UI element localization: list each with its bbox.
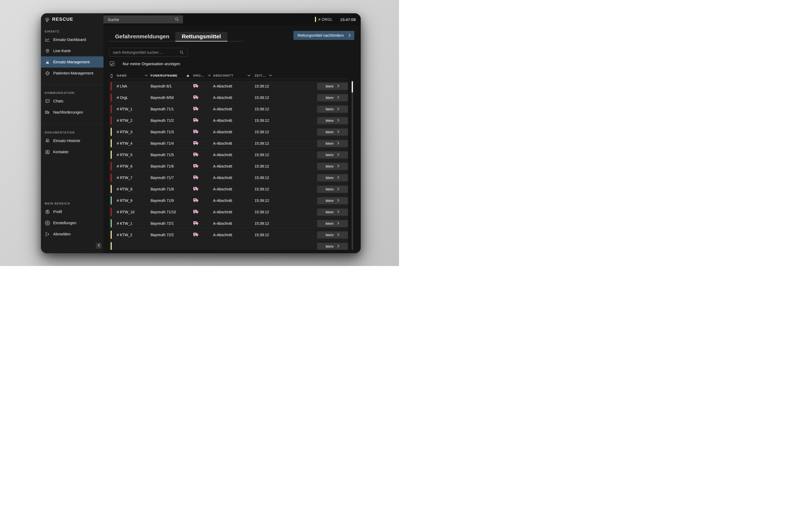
row-name: # RTW_1 <box>117 107 151 111</box>
column-header-abschnitt[interactable]: ABSCHNITT <box>213 74 254 77</box>
tab-gefahrenmeldungen[interactable]: Gefahrenmeldungen <box>109 32 175 41</box>
row-zeit: 15:39:12 <box>254 210 289 214</box>
sidebar-item-abmelden[interactable]: Abmelden <box>41 228 103 240</box>
row-org <box>193 164 213 169</box>
global-search-input[interactable] <box>103 17 172 22</box>
sidebar-item-patienten-management[interactable]: Patienten-Management <box>41 68 103 79</box>
table-row[interactable]: Mehr <box>109 241 348 250</box>
sidebar-item-live-karte[interactable]: Live-Karte <box>41 45 103 56</box>
map-pin-icon <box>45 48 50 54</box>
table-row[interactable]: # RTW_9Bayreuth 71/9A-Abschnitt15:39:12M… <box>109 195 348 206</box>
tab-rettungsmittel[interactable]: Rettungsmittel <box>175 32 227 41</box>
siren-icon <box>45 59 50 65</box>
sidebar-item-profil[interactable]: Profil <box>41 206 103 217</box>
request-resources-button[interactable]: Rettungsmittel nachfordern <box>293 31 354 40</box>
row-more-button[interactable]: Mehr <box>317 151 348 158</box>
row-funkrufname: Bayreuth 71/10 <box>151 210 193 214</box>
sidebar-collapse-button[interactable] <box>96 243 101 249</box>
table-row[interactable]: # RTW_3Bayreuth 71/3A-Abschnitt15:39:12M… <box>109 127 348 137</box>
resource-search-input[interactable] <box>109 50 177 55</box>
row-more-button[interactable]: Mehr <box>317 117 348 124</box>
row-more-button[interactable]: Mehr <box>317 129 348 136</box>
sidebar-item-label: Einsatz-Historie <box>53 138 80 143</box>
table-row[interactable]: # RTW_1Bayreuth 71/1A-Abschnitt15:39:12M… <box>109 104 348 115</box>
table-row[interactable]: # RTW_7Bayreuth 71/7A-Abschnitt15:39:12M… <box>109 172 348 183</box>
row-org <box>193 130 213 135</box>
table-row[interactable]: # OrgLBayreuth 6/50A-Abschnitt15:39:12Me… <box>109 92 348 103</box>
sidebar-item-label: Einstellungen <box>53 221 76 225</box>
section-label-kommunikation: KOMMUNIKATION <box>41 90 103 95</box>
table-row[interactable]: # RTW_8Bayreuth 71/8A-Abschnitt15:39:12M… <box>109 184 348 195</box>
row-more-button[interactable]: Mehr <box>317 197 348 204</box>
scrollbar-thumb[interactable] <box>352 81 353 93</box>
chevron-down-icon <box>208 75 211 77</box>
sidebar-item-kontakte[interactable]: Kontakte <box>41 146 103 157</box>
table-row[interactable]: # KTW_2Bayreuth 72/2A-Abschnitt15:39:12M… <box>109 230 348 241</box>
table-row[interactable]: # RTW_6Bayreuth 71/6A-Abschnitt15:39:12M… <box>109 161 348 172</box>
row-abschnitt: A-Abschnitt <box>213 233 254 237</box>
section-label-mein-bereich: MEIN BEREICH <box>41 201 103 206</box>
row-zeit: 15:39:12 <box>254 198 289 203</box>
table-row[interactable]: # RTW_4Bayreuth 71/4A-Abschnitt15:39:12M… <box>109 138 348 149</box>
ambulance-pink-icon <box>193 210 199 215</box>
table-row[interactable]: # RTW_5Bayreuth 71/5A-Abschnitt15:39:12M… <box>109 150 348 160</box>
status-accent-bar <box>111 196 112 205</box>
chevron-right-icon <box>337 119 339 122</box>
main-content: Gefahrenmeldungen Rettungsmittel Rettung… <box>103 25 361 253</box>
sidebar-item-einsatz-management[interactable]: Einsatz-Management <box>41 56 103 68</box>
sort-vertical-icon[interactable] <box>110 74 113 79</box>
triangle-up-icon <box>187 75 189 77</box>
column-header-zeit[interactable]: ZEIT… <box>254 74 289 77</box>
row-zeit: 15:39:12 <box>254 107 289 111</box>
sidebar-item-nachforderungen[interactable]: Nachforderungen <box>41 107 103 118</box>
status-accent-bar <box>111 139 112 147</box>
row-abschnitt: A-Abschnitt <box>213 153 254 157</box>
row-name: # OrgL <box>117 95 151 100</box>
row-more-button[interactable]: Mehr <box>317 231 348 239</box>
ambulance-pink-icon <box>193 232 199 238</box>
column-header-org[interactable]: ORG… <box>193 74 213 77</box>
table-body: # LNABayreuth 6/1A-Abschnitt15:39:12Mehr… <box>109 81 348 250</box>
table-row[interactable]: # LNABayreuth 6/1A-Abschnitt15:39:12Mehr <box>109 81 348 92</box>
row-more-button[interactable]: Mehr <box>317 209 348 216</box>
sidebar-item-label: Profil <box>53 210 62 214</box>
logo-row: RESCUE <box>41 13 103 25</box>
sidebar-item-einstellungen[interactable]: Einstellungen <box>41 217 103 228</box>
row-zeit: 15:39:12 <box>254 84 289 88</box>
chevron-right-icon <box>337 107 339 111</box>
row-more-button[interactable]: Mehr <box>317 83 348 90</box>
sidebar-item-label: Chats <box>53 99 63 103</box>
row-more-button[interactable]: Mehr <box>317 186 348 193</box>
scrollbar-track[interactable] <box>352 81 353 250</box>
organisation-checkbox[interactable] <box>110 61 114 66</box>
section-label-einsatz: EINSATZ <box>41 29 103 34</box>
row-more-button[interactable]: Mehr <box>317 106 348 113</box>
row-org <box>193 175 213 180</box>
row-more-button[interactable]: Mehr <box>317 140 348 147</box>
section-label-dokumentation: DOKUMENTATION <box>41 130 103 135</box>
row-abschnitt: A-Abschnitt <box>213 84 254 88</box>
organisation-filter[interactable]: Nur meine Organisation anzeigen <box>110 61 180 66</box>
row-more-button[interactable]: Mehr <box>317 163 348 170</box>
column-header-funkrufname[interactable]: FUNKRUFNAME <box>151 74 193 77</box>
row-more-button[interactable]: Mehr <box>317 174 348 182</box>
table-row[interactable]: # KTW_1Bayreuth 72/1A-Abschnitt15:39:12M… <box>109 218 348 229</box>
table-row[interactable]: # RTW_2Bayreuth 71/2A-Abschnitt15:39:12M… <box>109 115 348 126</box>
row-more-button[interactable]: Mehr <box>317 220 348 227</box>
row-name: # RTW_5 <box>117 153 151 157</box>
row-org <box>193 152 213 157</box>
sidebar-item-einsatz-dashboard[interactable]: Einsatz-Dashboard <box>41 34 103 45</box>
sidebar-item-chats[interactable]: Chats <box>41 95 103 107</box>
table-header: NAMEFUNKRUFNAMEORG…ABSCHNITTZEIT… <box>109 72 348 79</box>
row-zeit: 15:39:12 <box>254 221 289 226</box>
chevron-down-icon <box>145 75 148 77</box>
row-more-button[interactable]: Mehr <box>317 94 348 101</box>
contact-card-icon <box>45 149 50 155</box>
sidebar-item-einsatz-historie[interactable]: Einsatz-Historie <box>41 135 103 146</box>
row-more-button[interactable]: Mehr <box>317 243 348 250</box>
status-accent-bar <box>111 162 112 170</box>
column-header-name[interactable]: NAME <box>117 74 151 77</box>
sidebar: RESCUE EINSATZEinsatz-DashboardLive-Kart… <box>41 13 103 253</box>
table-row[interactable]: # RTW_10Bayreuth 71/10A-Abschnitt15:39:1… <box>109 207 348 217</box>
row-zeit: 15:39:12 <box>254 187 289 191</box>
